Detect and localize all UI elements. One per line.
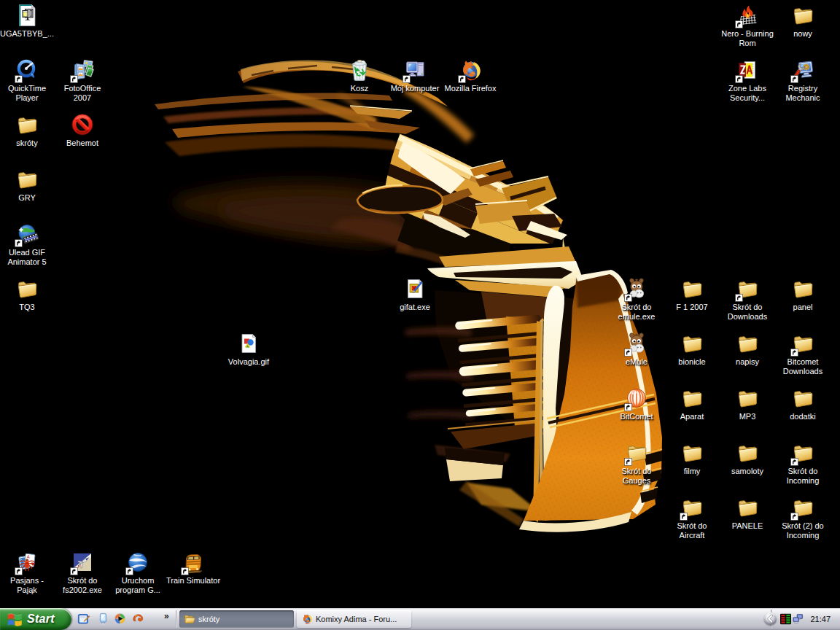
shortcut-arrow-overlay	[458, 75, 466, 83]
download-accelerator-icon[interactable]	[131, 612, 144, 626]
taskbar-window-button-2[interactable]: Komixy Adima - Foru...	[297, 610, 411, 628]
desktop-icon-label: dodatki	[775, 412, 831, 421]
desktop-icon-fotooffice[interactable]: FotoOffice2007	[55, 58, 110, 103]
desktop-icon-gry[interactable]: GRY	[0, 167, 55, 203]
folder-icon	[736, 441, 759, 464]
taskbar-window-button-1[interactable]: skróty	[179, 610, 294, 628]
quick-launch-overflow-chevron[interactable]: »	[164, 611, 168, 621]
network-icon[interactable]	[793, 613, 804, 625]
shortcut-arrow-overlay	[624, 349, 632, 357]
desktop-icon-label: Uruchomprogram G...	[110, 576, 166, 595]
desktop-icon-pasjans[interactable]: Pasjans -Pająk	[0, 550, 55, 595]
icon-box	[402, 58, 427, 82]
desktop-icon-label: napisy	[720, 357, 775, 367]
desktop-icon-dodatki[interactable]: dodatki	[775, 386, 831, 421]
desktop-icon-gearth[interactable]: Uruchomprogram G...	[110, 550, 166, 595]
desktop-icon-label: RegistryMechanic	[775, 84, 831, 103]
desktop-icon-fs2002[interactable]: Skrót dofs2002.exe	[55, 550, 110, 595]
icon-box	[735, 276, 760, 301]
shortcut-arrow-overlay	[70, 75, 78, 83]
zonealarm-meter-icon[interactable]	[780, 613, 791, 625]
shortcut-arrow-overlay	[790, 75, 798, 83]
icon-box	[125, 550, 150, 575]
desktop-icon-volvagia[interactable]: Volvagia.gif	[221, 331, 276, 367]
desktop-icon-label: nowy	[775, 29, 831, 39]
desktop-icon-skrotdownloads[interactable]: Skrót doDownloads	[720, 276, 775, 322]
desktop-icon-label: BitcometDownloads	[775, 357, 831, 376]
shortcut-arrow-overlay	[790, 349, 798, 357]
desktop-icon-skroty[interactable]: skróty	[0, 112, 55, 148]
shortcut-arrow-overlay	[790, 513, 798, 521]
desktop-icon-nowy[interactable]: nowy	[775, 3, 831, 39]
desktop-icon-skrot2incoming[interactable]: Skrót (2) doIncoming	[775, 495, 831, 540]
desktop-icon-bionicle[interactable]: bionicle	[664, 331, 720, 367]
desktop-icon-label: gifat.exe	[387, 303, 443, 312]
desktop-icon-label: QuickTimePlayer	[0, 84, 55, 103]
folder-icon	[680, 386, 704, 410]
desktop-icon-gifat[interactable]: gifat.exe	[387, 276, 443, 312]
icon-box	[15, 167, 39, 192]
media-device-icon[interactable]	[96, 612, 110, 626]
desktop-icon-filmy[interactable]: filmy	[664, 440, 720, 476]
icon-box	[735, 386, 760, 411]
open-folder-icon	[184, 613, 195, 625]
desktop-icon-panel[interactable]: panel	[775, 276, 831, 312]
desktop-icon-f12007[interactable]: F 1 2007	[664, 276, 720, 312]
icon-box	[15, 222, 39, 246]
desktop-icon-bitcometdl[interactable]: BitcometDownloads	[775, 331, 831, 376]
desktop-icon-ulead[interactable]: Ulead GIFAnimator 5	[0, 222, 55, 267]
icon-box	[735, 331, 760, 356]
gif-editor-icon	[403, 277, 427, 300]
desktop-icon-panele[interactable]: PANELE	[720, 495, 775, 531]
icon-box	[181, 550, 206, 575]
window-button-label: Komixy Adima - Foru...	[316, 615, 397, 623]
desktop-icon-quicktime[interactable]: QuickTimePlayer	[0, 58, 55, 103]
folder-icon	[736, 496, 759, 519]
desktop-icon-label: samoloty	[720, 467, 775, 476]
desktop-icon-skrotaircraft[interactable]: Skrót doAircraft	[664, 495, 720, 540]
desktop-icon-train[interactable]: Train Simulator	[166, 550, 221, 586]
folder-icon	[791, 4, 814, 27]
desktop-icon-label: Mozilla Firefox	[443, 84, 498, 93]
desktop-icon-mp3[interactable]: MP3	[720, 386, 775, 421]
shortcut-arrow-overlay	[624, 294, 632, 302]
desktop-icon-label: Mój komputer	[387, 84, 443, 93]
desktop-icon-label: skróty	[0, 139, 55, 148]
desktop-icon-behemot[interactable]: Behemot	[55, 112, 110, 148]
desktop-icon-emule[interactable]: eMule	[609, 331, 664, 367]
desktop-icon-regmech[interactable]: RegistryMechanic	[775, 58, 831, 103]
desktop-icon-samoloty[interactable]: samoloty	[720, 440, 775, 476]
desktop-icon-nero[interactable]: Nero - BurningRom	[720, 3, 775, 48]
taskbar-clock: 21:47	[810, 608, 831, 630]
start-button[interactable]: Start	[0, 608, 71, 630]
desktop-icon-skrotgauges[interactable]: Skrót doGauges	[609, 440, 664, 486]
desktop-icon-zonelabs[interactable]: Zone LabsSecurity...	[720, 58, 775, 103]
desktop-icon-kosz[interactable]: Kosz	[332, 58, 387, 93]
shortcut-arrow-overlay	[790, 458, 798, 466]
folder-icon	[680, 332, 704, 355]
desktop-icon-mojkomputer[interactable]: Mój komputer	[387, 58, 443, 93]
desktop-icon-label: Skrót doIncoming	[775, 467, 831, 486]
desktop-icon-uga5tbyb[interactable]: UGA5TBYB_...	[0, 3, 55, 39]
desktop-icon-tq3[interactable]: TQ3	[0, 276, 55, 312]
window-button-label: skróty	[198, 615, 219, 623]
video-file-icon	[15, 4, 39, 27]
icon-box	[15, 550, 39, 575]
desktop-icon-firefox[interactable]: Mozilla Firefox	[443, 58, 498, 93]
desktop-icon-skrotemule[interactable]: Skrót doemule.exe	[609, 276, 664, 322]
windows-media-player-icon[interactable]	[113, 612, 127, 626]
desktop-icon-label: Aparat	[664, 412, 720, 421]
desktop-icon-label: TQ3	[0, 303, 55, 312]
desktop-icon-skrotincoming[interactable]: Skrót doIncoming	[775, 440, 831, 486]
icon-box	[790, 495, 815, 520]
desktop-icon-label: Skrót doDownloads	[720, 303, 775, 322]
desktop-icon-aparat[interactable]: Aparat	[664, 386, 720, 421]
desktop-icon-bitcomet[interactable]: BitComet	[609, 386, 664, 421]
tray-collapse-button[interactable]	[764, 612, 777, 625]
desktop-icon-napisy[interactable]: napisy	[720, 331, 775, 367]
icon-box	[680, 495, 704, 520]
shortcut-arrow-overlay	[15, 239, 23, 247]
chevron-left-icon	[764, 612, 777, 625]
show-desktop-icon[interactable]	[77, 612, 90, 626]
desktop-icon-label: Train Simulator	[166, 576, 221, 586]
